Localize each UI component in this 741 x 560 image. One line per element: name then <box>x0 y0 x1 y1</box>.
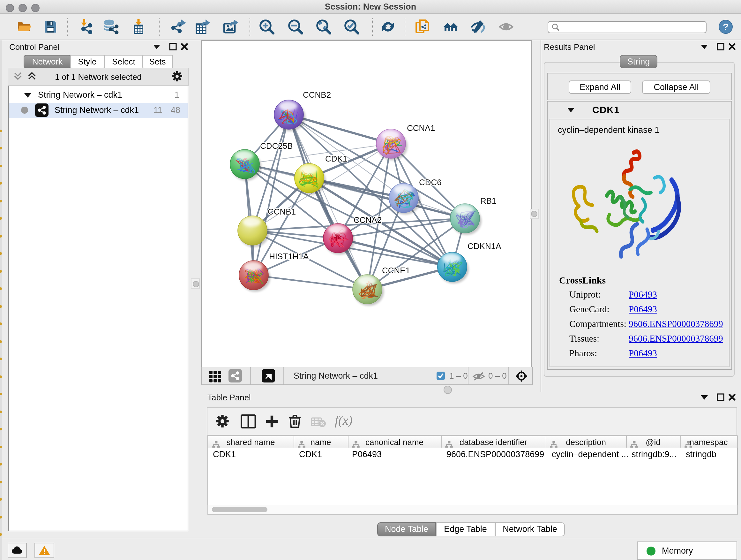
svg-text:CDK1: CDK1 <box>325 153 347 163</box>
svg-text:CCNB1: CCNB1 <box>268 206 296 216</box>
svg-text:CDKN1A: CDKN1A <box>468 241 501 251</box>
svg-text:HIST1H1A: HIST1H1A <box>269 251 309 261</box>
svg-text:?: ? <box>723 21 729 32</box>
svg-text:RB1: RB1 <box>480 196 496 205</box>
svg-text:CCNA2: CCNA2 <box>354 215 382 225</box>
svg-text:CCNB2: CCNB2 <box>303 90 331 99</box>
svg-text:CDC6: CDC6 <box>419 177 442 187</box>
svg-text:CDC25B: CDC25B <box>260 141 293 150</box>
svg-text:CCNA1: CCNA1 <box>407 123 435 132</box>
svg-text:CCNE1: CCNE1 <box>382 265 410 275</box>
